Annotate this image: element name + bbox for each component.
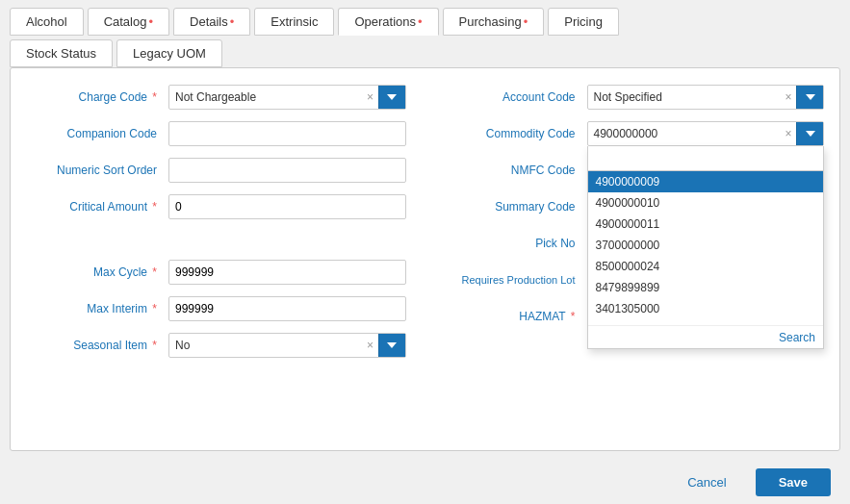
- account-code-row: Account Code Not Specified ×: [445, 84, 825, 111]
- commodity-code-dropdown-btn[interactable]: [796, 122, 823, 145]
- dropdown-item-6[interactable]: 3401305000: [588, 298, 824, 319]
- tab-extrinsic[interactable]: Extrinsic: [254, 8, 334, 36]
- commodity-code-container: 4900000000 × 4900000009 4900000010 49000…: [587, 121, 825, 146]
- tab-pricing[interactable]: Pricing: [548, 8, 619, 36]
- max-cycle-row: Max Cycle *: [26, 259, 406, 286]
- commodity-dropdown-popup: 4900000009 4900000010 4900000011 3700000…: [587, 146, 825, 349]
- hazmat-label: HAZMAT *: [445, 310, 580, 323]
- account-code-label: Account Code: [445, 90, 580, 104]
- spacer: [26, 230, 406, 249]
- form-col-right: Account Code Not Specified × Commodity C…: [445, 84, 825, 359]
- charge-code-row: Charge Code * Not Chargeable ×: [26, 84, 406, 111]
- commodity-code-clear-icon[interactable]: ×: [781, 127, 796, 140]
- tab-alcohol[interactable]: Alcohol: [10, 8, 84, 36]
- critical-amount-label: Critical Amount *: [26, 200, 161, 214]
- charge-code-clear-icon[interactable]: ×: [363, 90, 378, 104]
- tab-details[interactable]: Details•: [173, 8, 250, 36]
- dropdown-search-button[interactable]: Search: [779, 331, 815, 344]
- dropdown-item-3[interactable]: 3700000000: [588, 235, 824, 256]
- tab-bar-row1: Alcohol Catalog• Details• Extrinsic Oper…: [0, 0, 850, 36]
- critical-amount-row: Critical Amount *: [26, 193, 406, 220]
- critical-amount-input[interactable]: [168, 194, 406, 219]
- main-content: Charge Code * Not Chargeable × Companion…: [10, 67, 840, 451]
- dropdown-item-0[interactable]: 4900000009: [588, 171, 824, 192]
- charge-code-dropdown-btn[interactable]: [378, 86, 405, 109]
- account-code-dropdown-btn[interactable]: [796, 86, 823, 109]
- max-interim-row: Max Interim *: [26, 295, 406, 322]
- charge-code-label: Charge Code *: [26, 90, 161, 104]
- requires-prod-lot-label: Requires Production Lot: [445, 274, 580, 286]
- max-interim-label: Max Interim *: [26, 302, 161, 315]
- commodity-dropdown-list: 4900000009 4900000010 4900000011 3700000…: [588, 171, 824, 325]
- tab-catalog[interactable]: Catalog•: [88, 8, 169, 36]
- numeric-sort-row: Numeric Sort Order: [26, 157, 406, 184]
- numeric-sort-label: Numeric Sort Order: [26, 164, 161, 177]
- summary-code-label: Summary Code: [445, 200, 580, 214]
- seasonal-item-label: Seasonal Item *: [26, 339, 161, 352]
- dropdown-footer: Search: [588, 325, 824, 348]
- account-code-clear-icon[interactable]: ×: [781, 90, 796, 104]
- numeric-sort-input[interactable]: [168, 158, 406, 183]
- form-grid: Charge Code * Not Chargeable × Companion…: [26, 84, 824, 359]
- nmfc-code-label: NMFC Code: [445, 164, 580, 177]
- max-cycle-label: Max Cycle *: [26, 265, 161, 279]
- seasonal-item-clear-icon[interactable]: ×: [363, 339, 378, 352]
- pick-no-label: Pick No: [445, 237, 580, 250]
- seasonal-item-row: Seasonal Item * No ×: [26, 332, 406, 359]
- tab-stock-status[interactable]: Stock Status: [10, 39, 113, 67]
- charge-code-select[interactable]: Not Chargeable ×: [168, 85, 406, 110]
- commodity-code-select[interactable]: 4900000000 ×: [587, 121, 825, 146]
- dropdown-item-2[interactable]: 4900000011: [588, 214, 824, 235]
- tab-purchasing[interactable]: Purchasing•: [443, 8, 545, 36]
- commodity-code-label: Commodity Code: [445, 127, 580, 140]
- tab-operations[interactable]: Operations•: [338, 8, 438, 36]
- companion-code-label: Companion Code: [26, 127, 161, 140]
- seasonal-item-dropdown-btn[interactable]: [378, 334, 405, 357]
- commodity-search-input[interactable]: [588, 146, 824, 171]
- cancel-button[interactable]: Cancel: [668, 468, 745, 496]
- companion-code-row: Companion Code: [26, 120, 406, 147]
- max-interim-input[interactable]: [168, 296, 406, 321]
- form-col-left: Charge Code * Not Chargeable × Companion…: [26, 84, 406, 359]
- dropdown-item-4[interactable]: 8500000024: [588, 256, 824, 277]
- max-cycle-input[interactable]: [168, 260, 406, 285]
- action-bar: Cancel Save: [0, 461, 850, 504]
- dropdown-item-5[interactable]: 8479899899: [588, 277, 824, 298]
- tab-bar-row2: Stock Status Legacy UOM: [0, 36, 850, 67]
- tab-legacy-uom[interactable]: Legacy UOM: [116, 39, 222, 67]
- companion-code-input[interactable]: [168, 121, 406, 146]
- save-button[interactable]: Save: [756, 468, 831, 496]
- commodity-code-row: Commodity Code 4900000000 × 49000: [445, 120, 825, 147]
- account-code-select[interactable]: Not Specified ×: [587, 85, 825, 110]
- dropdown-item-1[interactable]: 4900000010: [588, 192, 824, 214]
- seasonal-item-select[interactable]: No ×: [168, 333, 406, 358]
